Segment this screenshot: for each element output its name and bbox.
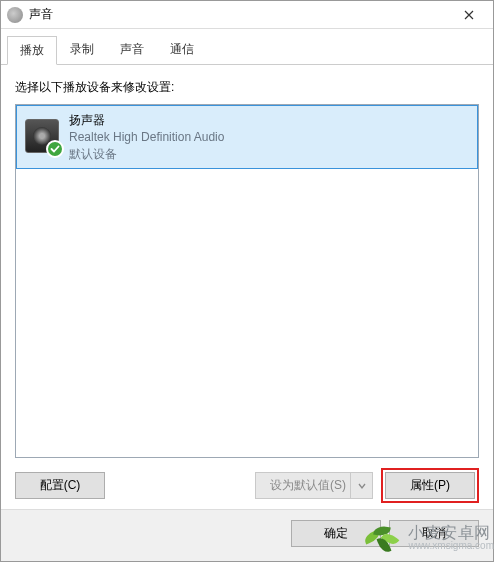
configure-button[interactable]: 配置(C) <box>15 472 105 499</box>
device-name: 扬声器 <box>69 112 224 129</box>
set-default-dropdown[interactable] <box>351 472 373 499</box>
device-list[interactable]: 扬声器 Realtek High Definition Audio 默认设备 <box>15 104 479 458</box>
ok-button[interactable]: 确定 <box>291 520 381 547</box>
set-default-button[interactable]: 设为默认值(S) <box>255 472 351 499</box>
instruction-text: 选择以下播放设备来修改设置: <box>15 79 479 96</box>
properties-highlight: 属性(P) <box>381 468 479 503</box>
device-desc: Realtek High Definition Audio <box>69 129 224 146</box>
window-title: 声音 <box>29 6 451 23</box>
close-button[interactable] <box>451 4 487 26</box>
right-button-group: 设为默认值(S) 属性(P) <box>255 468 479 503</box>
chevron-down-icon <box>358 482 366 490</box>
tab-recording[interactable]: 录制 <box>57 35 107 64</box>
device-text: 扬声器 Realtek High Definition Audio 默认设备 <box>69 112 224 162</box>
cancel-button[interactable]: 取消 <box>389 520 479 547</box>
sound-dialog: 声音 播放 录制 声音 通信 选择以下播放设备来修改设置: 扬声器 Realte… <box>0 0 494 562</box>
device-item[interactable]: 扬声器 Realtek High Definition Audio 默认设备 <box>16 105 478 169</box>
properties-button[interactable]: 属性(P) <box>385 472 475 499</box>
close-icon <box>464 10 474 20</box>
set-default-group: 设为默认值(S) <box>255 472 373 499</box>
tab-playback[interactable]: 播放 <box>7 36 57 65</box>
device-button-row: 配置(C) 设为默认值(S) 属性(P) <box>15 468 479 503</box>
device-icon-wrap <box>25 119 61 155</box>
titlebar: 声音 <box>1 1 493 29</box>
dialog-button-row: 确定 取消 <box>1 509 493 561</box>
tab-bar: 播放 录制 声音 通信 <box>1 29 493 65</box>
sound-icon <box>7 7 23 23</box>
tab-communications[interactable]: 通信 <box>157 35 207 64</box>
tab-sounds[interactable]: 声音 <box>107 35 157 64</box>
default-check-icon <box>46 140 64 158</box>
content-area: 选择以下播放设备来修改设置: 扬声器 Realtek High Definiti… <box>1 65 493 509</box>
device-status: 默认设备 <box>69 146 224 163</box>
